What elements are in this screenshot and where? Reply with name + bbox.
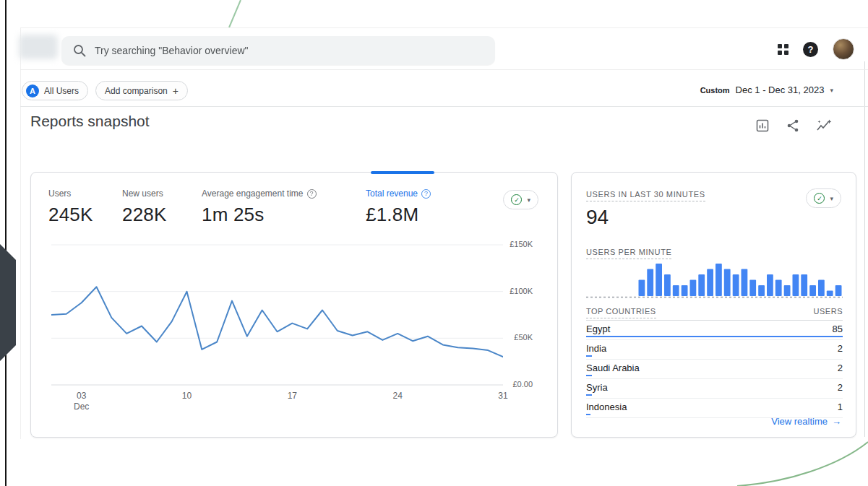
date-mode-label: Custom: [700, 86, 730, 95]
add-comparison-chip[interactable]: Add comparison +: [95, 81, 188, 100]
insights-icon[interactable]: [816, 118, 832, 133]
plus-icon: +: [173, 85, 179, 97]
help-tooltip-icon[interactable]: ?: [307, 189, 317, 199]
table-row: Syria 2: [586, 379, 843, 399]
country-bar: [586, 336, 843, 337]
green-top-line: [229, 0, 241, 27]
users-column-label: USERS: [814, 307, 843, 318]
data-quality-dropdown[interactable]: ✓ ▾: [503, 190, 538, 209]
search-icon: [73, 44, 86, 57]
green-bottom-curve: [737, 442, 868, 486]
add-comparison-label: Add comparison: [105, 86, 168, 96]
top-countries-header: TOP COUNTRIES USERS: [586, 307, 843, 318]
apps-grid-square: [784, 51, 788, 55]
app-top-edge: [20, 27, 868, 28]
country-users: 2: [838, 343, 843, 354]
country-bar: [586, 355, 592, 357]
view-realtime-link[interactable]: View realtime →: [771, 416, 841, 427]
revenue-trend-line-chart: [51, 243, 503, 386]
report-actions: [755, 118, 832, 133]
country-name: Indonesia: [586, 402, 627, 412]
country-bar: [586, 394, 592, 396]
header-divider: [20, 106, 868, 107]
comparison-chips: A All Users Add comparison +: [22, 81, 188, 100]
realtime-title: USERS IN LAST 30 MINUTES: [586, 190, 705, 199]
metric-users-value: 245K: [48, 204, 93, 226]
chevron-down-icon: ▾: [830, 195, 833, 202]
users-per-minute-text: USERS PER MINUTE: [586, 248, 671, 259]
x-axis-label: 10: [182, 391, 192, 402]
all-users-chip[interactable]: A All Users: [22, 81, 88, 100]
right-border-line: [864, 61, 865, 437]
customize-report-icon[interactable]: [755, 118, 770, 133]
x-axis-label: 24: [392, 391, 402, 402]
country-bar: [586, 375, 592, 376]
metric-new-users[interactable]: New users 228K: [122, 188, 167, 226]
realtime-users-value: 94: [586, 206, 609, 229]
date-range-picker[interactable]: Custom Dec 1 - Dec 31, 2023 ▾: [700, 84, 833, 95]
metric-new-users-value: 228K: [122, 204, 167, 226]
metric-users-label: Users: [48, 188, 71, 199]
all-users-label: All Users: [44, 86, 79, 96]
country-users: 85: [833, 324, 843, 334]
data-quality-check-icon: ✓: [511, 194, 522, 205]
left-border-line: [5, 0, 7, 486]
search-bar[interactable]: [61, 36, 495, 65]
users-per-minute-label: USERS PER MINUTE: [586, 248, 671, 256]
metric-revenue-label: Total revenue: [366, 188, 418, 199]
users-per-minute-bar-chart: [586, 261, 843, 298]
country-name: Saudi Arabia: [586, 363, 640, 373]
metric-engagement-value: 1m 25s: [202, 204, 317, 226]
x-axis-label: 31: [498, 391, 507, 402]
y-axis-label: £0.00: [489, 380, 533, 389]
data-quality-dropdown[interactable]: ✓ ▾: [806, 188, 841, 208]
table-row: Saudi Arabia 2: [586, 360, 843, 379]
table-row: India 2: [586, 340, 843, 360]
ga4-reports-snapshot-screen: ? A All Users Add comparison + Custom De…: [0, 0, 868, 486]
country-users: 2: [838, 382, 843, 393]
chevron-down-icon: ▾: [830, 87, 833, 94]
top-countries-table: Egypt 85 India 2 Saudi Arabia 2 Syria 2 …: [586, 321, 843, 418]
x-axis-label: 17: [288, 391, 297, 402]
help-icon[interactable]: ?: [803, 42, 818, 57]
metric-engagement-label: Average engagement time: [202, 188, 304, 199]
metric-users[interactable]: Users 245K: [48, 188, 93, 226]
overview-metrics-card: Users 245K New users 228K Average engage…: [30, 172, 558, 438]
help-tooltip-icon[interactable]: ?: [421, 189, 431, 199]
app-left-edge: [20, 27, 21, 439]
x-axis-label: 03Dec: [74, 391, 89, 412]
metric-avg-engagement-time[interactable]: Average engagement time ? 1m 25s: [202, 188, 317, 226]
share-icon[interactable]: [786, 118, 800, 133]
country-name: Egypt: [586, 324, 610, 334]
search-input[interactable]: [95, 45, 484, 56]
date-range-value: Dec 1 - Dec 31, 2023: [736, 84, 825, 95]
country-users: 2: [838, 363, 843, 373]
apps-grid-icon[interactable]: [778, 44, 788, 55]
left-dark-ribbon: [0, 244, 16, 361]
user-avatar[interactable]: [833, 38, 854, 60]
realtime-card: USERS IN LAST 30 MINUTES 94 ✓ ▾ USERS PE…: [571, 172, 856, 438]
data-quality-check-icon: ✓: [814, 193, 825, 204]
country-name: India: [586, 343, 606, 354]
x-axis-labels: 03Dec10172431: [51, 391, 503, 415]
metric-new-users-label: New users: [122, 188, 163, 199]
country-name: Syria: [586, 382, 608, 393]
top-countries-label: TOP COUNTRIES: [586, 307, 656, 318]
metric-total-revenue[interactable]: Total revenue ? £1.8M: [366, 188, 431, 226]
chevron-down-icon: ▾: [527, 196, 530, 204]
apps-grid-square: [778, 44, 782, 48]
metric-revenue-value: £1.8M: [366, 204, 431, 226]
audience-badge: A: [26, 84, 39, 97]
realtime-title-text: USERS IN LAST 30 MINUTES: [586, 190, 705, 201]
y-axis-label: £150K: [489, 240, 533, 248]
table-row: Egypt 85: [586, 321, 843, 340]
y-axis-label: £50K: [489, 333, 533, 342]
apps-grid-square: [778, 51, 782, 55]
country-users: 1: [838, 402, 843, 412]
view-realtime-label: View realtime: [771, 416, 828, 427]
blurred-logo: [19, 35, 58, 59]
topbar-right-actions: ?: [778, 38, 854, 60]
y-axis-label: £100K: [489, 287, 533, 295]
apps-grid-square: [784, 44, 788, 48]
table-row: Indonesia 1: [586, 399, 843, 418]
